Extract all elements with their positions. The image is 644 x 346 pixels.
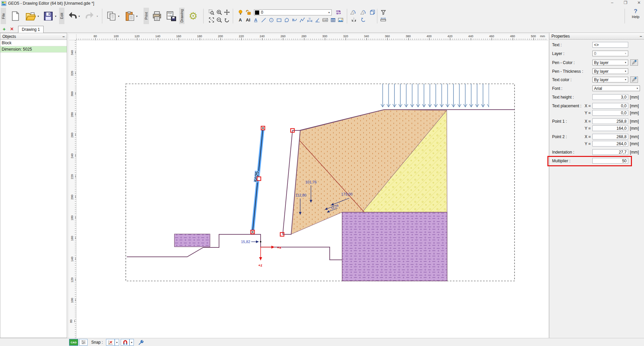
undo-dropdown-arrow-icon[interactable]: ▾ xyxy=(78,15,80,18)
visibility-button[interactable] xyxy=(237,9,244,16)
measure-button[interactable] xyxy=(380,16,387,23)
soil-violet-region[interactable] xyxy=(342,212,447,281)
previous-view-button[interactable] xyxy=(223,16,230,23)
list-item-block[interactable]: Block xyxy=(0,40,67,46)
help-button[interactable]: ? Help xyxy=(629,8,642,19)
layer-dropdown[interactable]: 0▾ xyxy=(592,51,628,56)
insert-table-button[interactable] xyxy=(329,16,336,23)
pen-style-dropdown-arrow-icon[interactable]: ▾ xyxy=(327,11,331,14)
pan-button[interactable] xyxy=(223,9,230,16)
text-color-dropdown[interactable]: By layer▾ xyxy=(592,77,628,82)
list-item-dimension[interactable]: Dimension: 5025 xyxy=(0,46,67,53)
selected-dimension[interactable]: 5025 xyxy=(251,126,265,234)
open-file-button[interactable] xyxy=(24,8,38,24)
paste-dropdown-arrow-icon[interactable]: ▾ xyxy=(136,15,138,18)
maximize-button[interactable]: ❐ xyxy=(623,0,629,5)
zoom-out-button[interactable] xyxy=(216,16,223,23)
snap-mode-dropdown-arrow-icon[interactable]: ▾ xyxy=(115,339,119,346)
copy-format-all-button[interactable] xyxy=(360,9,367,16)
explode-object-button[interactable] xyxy=(369,9,376,16)
zoom-select-button[interactable] xyxy=(208,9,215,16)
save-button[interactable] xyxy=(42,8,55,24)
underline-text-tool-button[interactable]: A xyxy=(252,16,259,23)
text-arc-tool-button[interactable] xyxy=(291,16,298,23)
mirror-button[interactable] xyxy=(350,16,357,23)
pen-color-dropdown[interactable]: By layer▾ xyxy=(592,60,628,65)
unit-label: [mm] xyxy=(630,104,639,108)
polygon-tool-button[interactable] xyxy=(283,16,290,23)
dimension-mid-handle[interactable] xyxy=(257,177,261,181)
close-button[interactable]: ✕ xyxy=(636,0,642,5)
y-equals-label: Y = xyxy=(585,126,591,131)
indentation-input[interactable]: 27,7 xyxy=(592,149,628,155)
insert-cad-button[interactable] xyxy=(322,16,329,23)
text-placement-y-input[interactable]: 0,0 xyxy=(592,110,628,116)
redo-button[interactable] xyxy=(83,8,97,24)
axis-z-label: +z xyxy=(258,263,262,267)
magnet-snap-button[interactable] xyxy=(121,339,129,346)
pen-color-picker-button[interactable] xyxy=(630,59,638,66)
line-tool-button[interactable] xyxy=(260,16,267,23)
point1-x-input[interactable]: 258,8 xyxy=(592,118,628,124)
cad-mode-button[interactable]: CAD xyxy=(69,339,78,346)
snap-settings-button[interactable] xyxy=(137,339,145,346)
surcharge-load-arrows[interactable] xyxy=(380,84,489,109)
rectangle-tool-button[interactable] xyxy=(275,16,282,23)
tab-drawing-1[interactable]: Drawing 1 xyxy=(18,26,44,33)
redo-dropdown-arrow-icon[interactable]: ▾ xyxy=(97,15,98,18)
new-file-button[interactable] xyxy=(9,8,22,24)
block-object[interactable] xyxy=(174,234,210,247)
text-placement-x-input[interactable]: 0,0 xyxy=(592,103,628,109)
multiline-text-tool-button[interactable]: AI xyxy=(245,16,252,23)
offset-label[interactable]: 15,82 xyxy=(241,240,250,244)
circle-tool-button[interactable] xyxy=(268,16,275,23)
font-dropdown[interactable]: Arial▾ xyxy=(592,85,640,91)
lock-button[interactable] xyxy=(245,9,252,16)
properties-minimize-icon[interactable]: – xyxy=(640,34,642,39)
ruler-tick-label: 140 xyxy=(70,256,74,262)
save-dropdown-arrow-icon[interactable]: ▾ xyxy=(55,15,56,18)
text-height-input[interactable]: 3,0 xyxy=(592,94,628,100)
paste-button[interactable] xyxy=(123,8,136,24)
export-pdf-cad-button[interactable] xyxy=(164,8,178,24)
magnet-dropdown-arrow-icon[interactable]: ▾ xyxy=(129,339,134,346)
settings-button[interactable]: ⚙ xyxy=(186,8,200,24)
copy-dropdown-arrow-icon[interactable]: ▾ xyxy=(118,15,119,18)
filter-button[interactable] xyxy=(380,9,387,16)
point1-y-input[interactable]: 164,0 xyxy=(592,125,628,131)
close-tab-button[interactable]: ✕ xyxy=(10,26,14,32)
text-value-input[interactable]: <> xyxy=(592,42,628,48)
terrain-line-left[interactable] xyxy=(127,234,342,260)
force-label-1[interactable]: 101,76 xyxy=(305,180,317,184)
copy-button[interactable] xyxy=(105,8,118,24)
dimension-tool-button[interactable] xyxy=(306,16,313,23)
minimize-button[interactable]: – xyxy=(609,0,615,5)
undo-button[interactable] xyxy=(66,8,79,24)
multiplier-input[interactable]: 50 xyxy=(592,158,628,164)
layers-list-button[interactable] xyxy=(79,339,88,346)
rotate-button[interactable] xyxy=(360,16,367,23)
angle-dimension-tool-button[interactable] xyxy=(314,16,321,23)
add-tab-button[interactable]: + xyxy=(3,26,6,32)
text-color-picker-button[interactable] xyxy=(630,76,638,83)
text-tool-button[interactable]: A xyxy=(237,16,244,23)
point2-y-input[interactable]: 264,0 xyxy=(592,141,628,147)
copy-format-button[interactable] xyxy=(350,9,357,16)
print-button[interactable] xyxy=(150,8,164,24)
objects-minimize-icon[interactable]: – xyxy=(62,34,65,39)
zoom-in-button[interactable] xyxy=(216,9,223,16)
insert-image-button[interactable] xyxy=(337,16,344,23)
pen-style-combobox[interactable]: 0 ▾ xyxy=(254,9,332,15)
padlock-icon xyxy=(246,10,251,15)
drawing-viewport[interactable]: 5025 101,76 112,80 173,00 11,24 15,82 xyxy=(76,40,548,338)
zoom-fit-button[interactable] xyxy=(208,16,215,23)
pen-thickness-dropdown[interactable]: By layer▾ xyxy=(592,68,628,74)
snap-mode-button[interactable] xyxy=(106,339,115,346)
group-label-drawing: Drawing xyxy=(179,8,184,24)
force-label-3[interactable]: 173,00 xyxy=(341,192,353,196)
point2-x-input[interactable]: 268,8 xyxy=(592,134,628,139)
open-dropdown-arrow-icon[interactable]: ▾ xyxy=(38,15,39,18)
force-label-2[interactable]: 112,80 xyxy=(296,193,307,197)
transfer-properties-button[interactable] xyxy=(335,9,342,16)
polyline-tool-button[interactable] xyxy=(299,16,306,23)
